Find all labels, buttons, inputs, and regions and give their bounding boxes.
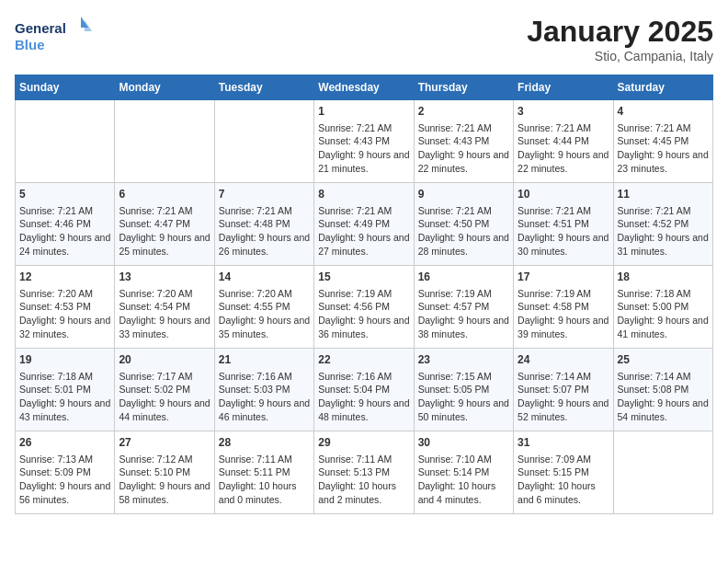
month-title: January 2025 xyxy=(527,15,713,49)
daylight-text: Daylight: 9 hours and 52 minutes. xyxy=(518,396,609,423)
sunset-text: Sunset: 4:57 PM xyxy=(418,300,509,314)
sunrise-text: Sunrise: 7:20 AM xyxy=(219,287,310,301)
daylight-text: Daylight: 9 hours and 23 minutes. xyxy=(618,148,709,175)
calendar-cell: 3Sunrise: 7:21 AMSunset: 4:44 PMDaylight… xyxy=(514,100,613,183)
day-number: 30 xyxy=(418,435,509,451)
calendar-cell: 27Sunrise: 7:12 AMSunset: 5:10 PMDayligh… xyxy=(115,431,214,514)
daylight-text: Daylight: 9 hours and 58 minutes. xyxy=(119,479,210,506)
day-number: 23 xyxy=(418,352,509,368)
calendar-cell: 16Sunrise: 7:19 AMSunset: 4:57 PMDayligh… xyxy=(414,266,513,349)
daylight-text: Daylight: 9 hours and 38 minutes. xyxy=(418,314,509,340)
daylight-text: Daylight: 9 hours and 36 minutes. xyxy=(318,314,409,340)
day-number: 16 xyxy=(418,270,509,285)
sunrise-text: Sunrise: 7:18 AM xyxy=(618,287,709,301)
daylight-text: Daylight: 9 hours and 26 minutes. xyxy=(219,231,310,258)
sunset-text: Sunset: 5:11 PM xyxy=(219,465,310,479)
sunrise-text: Sunrise: 7:19 AM xyxy=(518,287,609,301)
location: Stio, Campania, Italy xyxy=(527,49,713,63)
calendar-cell xyxy=(613,431,712,514)
day-number: 24 xyxy=(518,352,609,368)
sunset-text: Sunset: 5:13 PM xyxy=(318,465,409,479)
sunset-text: Sunset: 5:07 PM xyxy=(518,383,609,396)
sunrise-text: Sunrise: 7:18 AM xyxy=(19,370,110,384)
calendar-cell: 22Sunrise: 7:16 AMSunset: 5:04 PMDayligh… xyxy=(314,349,414,431)
daylight-text: Daylight: 10 hours and 0 minutes. xyxy=(219,479,310,506)
calendar-cell xyxy=(214,100,313,183)
daylight-text: Daylight: 9 hours and 32 minutes. xyxy=(19,314,110,340)
sunset-text: Sunset: 5:02 PM xyxy=(119,383,210,396)
page-header: General Blue January 2025 Stio, Campania… xyxy=(15,15,713,63)
day-number: 6 xyxy=(119,187,210,202)
week-row-1: 1Sunrise: 7:21 AMSunset: 4:43 PMDaylight… xyxy=(16,100,713,183)
calendar-cell: 29Sunrise: 7:11 AMSunset: 5:13 PMDayligh… xyxy=(314,431,414,514)
calendar-cell: 11Sunrise: 7:21 AMSunset: 4:52 PMDayligh… xyxy=(613,183,712,266)
day-header-wednesday: Wednesday xyxy=(314,75,414,100)
day-number: 19 xyxy=(19,352,110,368)
day-header-saturday: Saturday xyxy=(613,75,712,100)
sunset-text: Sunset: 5:05 PM xyxy=(418,383,509,396)
daylight-text: Daylight: 9 hours and 28 minutes. xyxy=(418,231,509,258)
daylight-text: Daylight: 9 hours and 27 minutes. xyxy=(318,231,409,258)
daylight-text: Daylight: 9 hours and 22 minutes. xyxy=(518,148,609,175)
calendar-cell: 30Sunrise: 7:10 AMSunset: 5:14 PMDayligh… xyxy=(414,431,513,514)
day-number: 26 xyxy=(19,435,110,451)
sunrise-text: Sunrise: 7:09 AM xyxy=(518,453,609,466)
calendar-cell: 9Sunrise: 7:21 AMSunset: 4:50 PMDaylight… xyxy=(414,183,513,266)
sunrise-text: Sunrise: 7:14 AM xyxy=(618,370,709,384)
sunset-text: Sunset: 4:48 PM xyxy=(219,217,310,231)
sunrise-text: Sunrise: 7:20 AM xyxy=(19,287,110,301)
sunset-text: Sunset: 4:49 PM xyxy=(318,217,409,231)
day-number: 22 xyxy=(318,352,409,368)
week-row-2: 5Sunrise: 7:21 AMSunset: 4:46 PMDaylight… xyxy=(16,183,713,266)
sunset-text: Sunset: 5:09 PM xyxy=(19,465,110,479)
day-number: 7 xyxy=(219,187,310,202)
day-number: 11 xyxy=(618,187,709,202)
sunset-text: Sunset: 5:01 PM xyxy=(19,383,110,396)
calendar-cell: 19Sunrise: 7:18 AMSunset: 5:01 PMDayligh… xyxy=(16,349,115,431)
svg-text:General: General xyxy=(15,20,66,36)
sunset-text: Sunset: 4:58 PM xyxy=(518,300,609,314)
sunrise-text: Sunrise: 7:21 AM xyxy=(119,204,210,218)
daylight-text: Daylight: 9 hours and 54 minutes. xyxy=(618,396,709,423)
day-header-tuesday: Tuesday xyxy=(214,75,313,100)
day-number: 10 xyxy=(518,187,609,202)
calendar-cell: 7Sunrise: 7:21 AMSunset: 4:48 PMDaylight… xyxy=(214,183,313,266)
sunrise-text: Sunrise: 7:11 AM xyxy=(318,453,409,466)
sunrise-text: Sunrise: 7:13 AM xyxy=(19,453,110,466)
calendar-cell xyxy=(115,100,214,183)
day-number: 1 xyxy=(318,104,409,120)
sunrise-text: Sunrise: 7:21 AM xyxy=(418,121,509,135)
daylight-text: Daylight: 9 hours and 41 minutes. xyxy=(618,314,709,340)
calendar-cell: 10Sunrise: 7:21 AMSunset: 4:51 PMDayligh… xyxy=(514,183,613,266)
sunset-text: Sunset: 4:45 PM xyxy=(618,134,709,148)
header-row: SundayMondayTuesdayWednesdayThursdayFrid… xyxy=(16,75,713,100)
day-number: 31 xyxy=(518,435,609,451)
day-number: 14 xyxy=(219,270,310,285)
sunset-text: Sunset: 4:52 PM xyxy=(618,217,709,231)
sunrise-text: Sunrise: 7:19 AM xyxy=(418,287,509,301)
sunrise-text: Sunrise: 7:21 AM xyxy=(518,204,609,218)
calendar-cell: 21Sunrise: 7:16 AMSunset: 5:03 PMDayligh… xyxy=(214,349,313,431)
sunrise-text: Sunrise: 7:11 AM xyxy=(219,453,310,466)
calendar-table: SundayMondayTuesdayWednesdayThursdayFrid… xyxy=(15,75,713,514)
sunset-text: Sunset: 4:47 PM xyxy=(119,217,210,231)
day-number: 17 xyxy=(518,270,609,285)
day-number: 20 xyxy=(119,352,210,368)
day-number: 12 xyxy=(19,270,110,285)
sunset-text: Sunset: 4:56 PM xyxy=(318,300,409,314)
sunset-text: Sunset: 5:14 PM xyxy=(418,465,509,479)
sunset-text: Sunset: 5:04 PM xyxy=(318,383,409,396)
sunrise-text: Sunrise: 7:21 AM xyxy=(318,204,409,218)
day-number: 18 xyxy=(618,270,709,285)
week-row-3: 12Sunrise: 7:20 AMSunset: 4:53 PMDayligh… xyxy=(16,266,713,349)
sunrise-text: Sunrise: 7:21 AM xyxy=(618,204,709,218)
daylight-text: Daylight: 10 hours and 2 minutes. xyxy=(318,479,409,506)
sunrise-text: Sunrise: 7:16 AM xyxy=(318,370,409,384)
sunset-text: Sunset: 4:51 PM xyxy=(518,217,609,231)
day-number: 2 xyxy=(418,104,509,120)
day-number: 27 xyxy=(119,435,210,451)
sunset-text: Sunset: 4:43 PM xyxy=(318,134,409,148)
week-row-5: 26Sunrise: 7:13 AMSunset: 5:09 PMDayligh… xyxy=(16,431,713,514)
sunset-text: Sunset: 4:54 PM xyxy=(119,300,210,314)
calendar-cell: 5Sunrise: 7:21 AMSunset: 4:46 PMDaylight… xyxy=(16,183,115,266)
